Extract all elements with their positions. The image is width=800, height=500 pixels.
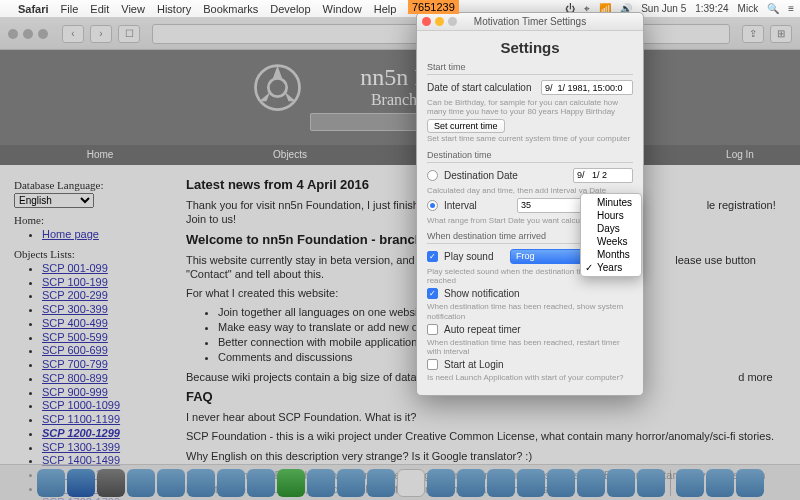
dest-date-label: Destination Date [444,170,567,181]
dock-app[interactable] [517,469,545,497]
show-notif-label: Show notification [444,288,633,299]
play-sound-checkbox[interactable]: ✓ [427,251,438,262]
dock-app[interactable] [397,469,425,497]
objects-label: Objects Lists: [14,248,174,260]
dock-app[interactable] [157,469,185,497]
start-login-label: Start at Login [444,359,633,370]
dock-app[interactable] [247,469,275,497]
dest-time-section: Destination time [427,150,633,163]
start-login-checkbox[interactable] [427,359,438,370]
tabs-button[interactable]: ⊞ [770,25,792,43]
menu-help[interactable]: Help [374,3,397,15]
menu-bookmarks[interactable]: Bookmarks [203,3,258,15]
dropdown-item-minutes[interactable]: Minutes [581,196,641,209]
start-date-input[interactable] [541,80,633,95]
dropdown-item-years[interactable]: Years [581,261,641,274]
sidebar-button[interactable]: ☐ [118,25,140,43]
set-current-time-button[interactable]: Set current time [427,119,505,133]
interval-label: Interval [444,200,511,211]
forward-button[interactable]: › [90,25,112,43]
sidebar-range-link[interactable]: SCP 1000-1099 [42,399,120,411]
menu-edit[interactable]: Edit [90,3,109,15]
menu-file[interactable]: File [61,3,79,15]
svg-point-1 [268,78,286,96]
dock-app[interactable] [457,469,485,497]
sidebar-range-link[interactable]: SCP 001-099 [42,262,108,274]
dock-finder[interactable] [37,469,65,497]
dock-app[interactable] [706,469,734,497]
settings-title: Settings [427,39,633,56]
dock-app[interactable] [217,469,245,497]
show-notif-hint: When destination time has been reached, … [427,302,633,320]
sidebar-range-link[interactable]: SCP 200-299 [42,289,108,301]
dock-app[interactable] [427,469,455,497]
home-link[interactable]: Home page [42,228,99,240]
interval-unit-dropdown[interactable]: Minutes Hours Days Weeks Months Years [580,193,642,277]
dock-app[interactable] [187,469,215,497]
sidebar-range-link[interactable]: SCP 500-599 [42,331,108,343]
menu-history[interactable]: History [157,3,191,15]
nav-home[interactable]: Home [0,145,200,165]
dropdown-item-weeks[interactable]: Weeks [581,235,641,248]
dock-app[interactable] [676,469,704,497]
safari-toolbar: ‹ › ☐ ⇪ ⊞ [0,18,800,50]
sidebar-range-link[interactable]: SCP 700-799 [42,358,108,370]
dest-date-radio[interactable] [427,170,438,181]
share-button[interactable]: ⇪ [742,25,764,43]
interval-radio[interactable] [427,200,438,211]
notification-icon[interactable]: ≡ [788,3,794,14]
nav-objects[interactable]: Objects [200,145,380,165]
dock[interactable] [0,464,800,500]
dropdown-item-hours[interactable]: Hours [581,209,641,222]
start-login-hint: Is need Launch Application with start of… [427,373,633,382]
sidebar-range-link[interactable]: SCP 1300-1399 [42,441,120,453]
dock-app[interactable] [577,469,605,497]
sidebar-range-link[interactable]: SCP 300-399 [42,303,108,315]
sidebar: Database Language: English Home: Home pa… [14,173,174,500]
menu-window[interactable]: Window [323,3,362,15]
auto-repeat-checkbox[interactable] [427,324,438,335]
page-navbar: Home Objects Contact Log In [0,145,800,165]
spotlight-icon[interactable]: 🔍 [767,3,779,14]
sidebar-range-link[interactable]: SCP 1200-1299 [42,427,120,439]
modal-titlebar[interactable]: Motivation Timer Settings [417,13,643,31]
db-lang-select[interactable]: English [14,193,94,208]
dock-app[interactable] [637,469,665,497]
dropdown-item-days[interactable]: Days [581,222,641,235]
start-date-label: Date of start calculation [427,82,535,93]
menu-view[interactable]: View [121,3,145,15]
dock-app[interactable] [337,469,365,497]
menubar-time: 1:39:24 [695,3,728,14]
app-name[interactable]: Safari [18,3,49,15]
sidebar-range-link[interactable]: SCP 1100-1199 [42,413,120,425]
scp-logo [250,60,305,115]
show-notif-checkbox[interactable]: ✓ [427,288,438,299]
dock-app[interactable] [367,469,395,497]
window-controls[interactable] [8,29,48,39]
set-current-hint: Set start time same current system time … [427,134,633,143]
page-hero: nn5n Fo Branch o [0,50,800,145]
dock-app[interactable] [487,469,515,497]
menubar-user[interactable]: Mick [738,3,759,14]
sidebar-range-link[interactable]: SCP 900-999 [42,386,108,398]
back-button[interactable]: ‹ [62,25,84,43]
sidebar-range-link[interactable]: SCP 100-199 [42,276,108,288]
dock-app[interactable] [97,469,125,497]
menu-develop[interactable]: Develop [270,3,310,15]
dock-app[interactable] [127,469,155,497]
auto-repeat-label: Auto repeat timer [444,324,633,335]
dock-app[interactable] [607,469,635,497]
dock-app[interactable] [277,469,305,497]
sidebar-range-link[interactable]: SCP 400-499 [42,317,108,329]
sidebar-range-link[interactable]: SCP 600-699 [42,344,108,356]
start-hint: Can be Birthday, for sample for you can … [427,98,633,116]
sidebar-range-link[interactable]: SCP 800-899 [42,372,108,384]
start-time-section: Start time [427,62,633,75]
dest-date-input[interactable] [573,168,633,183]
dropdown-item-months[interactable]: Months [581,248,641,261]
dock-safari[interactable] [67,469,95,497]
dock-trash[interactable] [736,469,764,497]
nav-login[interactable]: Log In [680,145,800,165]
dock-app[interactable] [547,469,575,497]
dock-app[interactable] [307,469,335,497]
